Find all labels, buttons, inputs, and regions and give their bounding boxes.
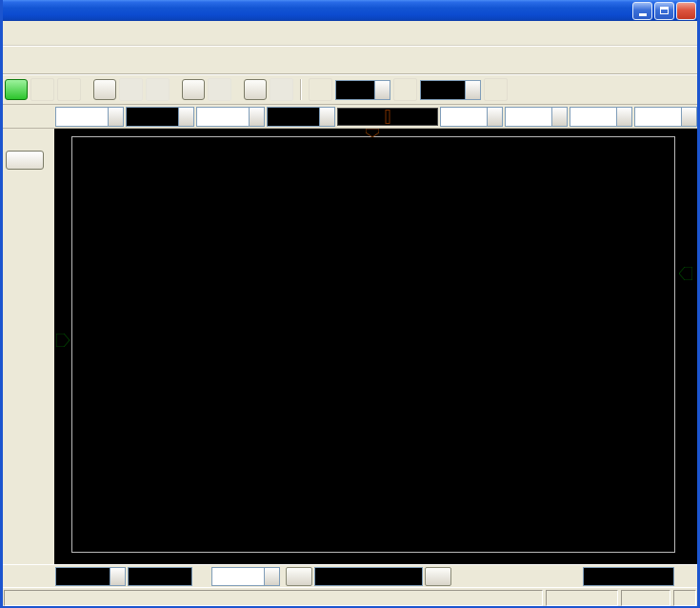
ch3-probe-value	[441, 108, 487, 126]
title-bar	[0, 0, 700, 21]
chevron-down-icon[interactable]	[681, 108, 696, 126]
trigger-source-value	[336, 81, 374, 99]
chevron-down-icon[interactable]	[374, 81, 390, 99]
chevron-down-icon[interactable]	[551, 108, 567, 126]
trigger-source-select[interactable]	[335, 80, 390, 100]
ch1-probe-value	[56, 108, 108, 126]
main-area	[0, 129, 700, 564]
channel2-toggle-button[interactable]	[93, 79, 116, 100]
math-zoom-button[interactable]	[208, 78, 231, 101]
auto-scroll-button[interactable]	[309, 78, 332, 101]
timebase-value	[56, 568, 110, 585]
application-window	[0, 0, 700, 608]
ch2-probe-value	[197, 108, 249, 126]
app-icon	[4, 3, 19, 18]
scope-display[interactable]	[71, 136, 675, 553]
acquisition-mode-value	[212, 568, 264, 585]
resize-grip	[673, 590, 696, 606]
status-time	[621, 590, 670, 606]
ch2-zoom-button[interactable]	[146, 78, 170, 101]
minimize-button[interactable]	[632, 2, 652, 20]
trigger-position-marker[interactable]	[366, 129, 379, 137]
trigger-mode-value	[421, 81, 465, 99]
chevron-down-icon[interactable]	[249, 108, 264, 126]
minimize-icon	[639, 13, 647, 16]
trigger-slope-button[interactable]	[393, 78, 417, 101]
hold-status-display	[583, 567, 674, 586]
sample-rate-display	[128, 567, 192, 586]
scope-canvas	[72, 137, 674, 552]
chevron-down-icon[interactable]	[178, 108, 193, 126]
menu-bar	[0, 21, 700, 46]
ch1-level-marker[interactable]	[56, 334, 70, 347]
acquire-toolbar	[0, 74, 700, 105]
scroll-left-button[interactable]	[286, 567, 312, 586]
scope-area	[54, 129, 700, 564]
trigger-level-marker[interactable]	[679, 267, 692, 280]
ch3-scale-value	[506, 108, 551, 126]
spacer	[84, 90, 90, 91]
status-message-panel	[4, 590, 543, 606]
ch2-trace-button[interactable]	[119, 78, 143, 101]
ch2-scale-select[interactable]	[267, 107, 335, 127]
ref-toggle-button[interactable]	[244, 79, 267, 100]
main-toolbar	[0, 46, 700, 74]
maximize-icon	[660, 7, 669, 14]
language-globe-button[interactable]	[677, 567, 698, 587]
channel1-toggle-button[interactable]	[5, 79, 28, 100]
ch2-probe-select[interactable]	[196, 107, 265, 127]
ch3-scale-select[interactable]	[505, 107, 568, 127]
chevron-down-icon[interactable]	[108, 108, 123, 126]
chevron-down-icon[interactable]	[487, 108, 502, 126]
chevron-down-icon[interactable]	[319, 108, 334, 126]
slider-track[interactable]	[340, 109, 435, 125]
ch1-scale-select[interactable]	[126, 107, 194, 127]
separator	[300, 79, 302, 100]
spacer	[172, 90, 179, 91]
trigger-position-display	[314, 567, 423, 586]
pause-button[interactable]	[484, 78, 508, 101]
timebase-select[interactable]	[55, 567, 126, 586]
math-toggle-button[interactable]	[182, 79, 205, 100]
left-sidebar	[0, 129, 54, 564]
spacer	[234, 90, 241, 91]
chevron-down-icon[interactable]	[465, 81, 480, 99]
window-controls	[632, 2, 696, 20]
horizontal-position-slider[interactable]	[337, 108, 438, 126]
ch1-trace-button[interactable]	[30, 78, 54, 101]
ch4-scale-select[interactable]	[634, 107, 697, 127]
maximize-button[interactable]	[654, 2, 674, 20]
bottom-bar	[0, 564, 700, 587]
ch4-scale-value	[635, 108, 681, 126]
chevron-down-icon[interactable]	[616, 108, 631, 126]
status-date	[546, 590, 618, 606]
chevron-down-icon[interactable]	[110, 568, 125, 585]
chevron-down-icon[interactable]	[264, 568, 279, 585]
channel-settings-row	[0, 105, 700, 129]
ref-zoom-button[interactable]	[270, 78, 293, 101]
ch2-scale-value	[268, 108, 319, 126]
ch1-scale-value	[127, 108, 178, 126]
close-button[interactable]	[676, 2, 696, 20]
ch3-probe-select[interactable]	[440, 107, 503, 127]
next-page-button[interactable]	[6, 151, 44, 170]
trigger-mode-select[interactable]	[420, 80, 481, 100]
ch1-probe-select[interactable]	[55, 107, 124, 127]
status-bar	[0, 587, 700, 608]
ch4-probe-value	[570, 108, 616, 126]
scroll-right-button[interactable]	[425, 567, 451, 586]
ch1-zoom-button[interactable]	[57, 78, 81, 101]
trigger-position-handle[interactable]	[386, 110, 390, 124]
acquisition-mode-select[interactable]	[211, 567, 280, 586]
ch4-probe-select[interactable]	[570, 107, 632, 127]
